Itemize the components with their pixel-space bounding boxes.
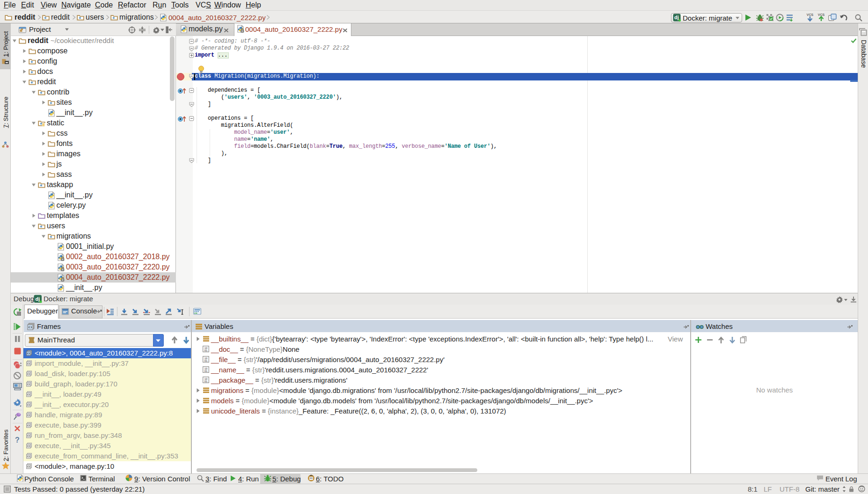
svg-text:01: 01 <box>204 380 208 383</box>
svg-text:01: 01 <box>204 349 208 352</box>
svg-text:dj: dj <box>674 15 679 20</box>
svg-text:dj: dj <box>36 296 40 302</box>
svg-text:01: 01 <box>204 359 208 363</box>
svg-text:01: 01 <box>204 370 208 373</box>
svg-text:VCS: VCS <box>807 13 814 16</box>
svg-text:?: ? <box>15 436 20 444</box>
